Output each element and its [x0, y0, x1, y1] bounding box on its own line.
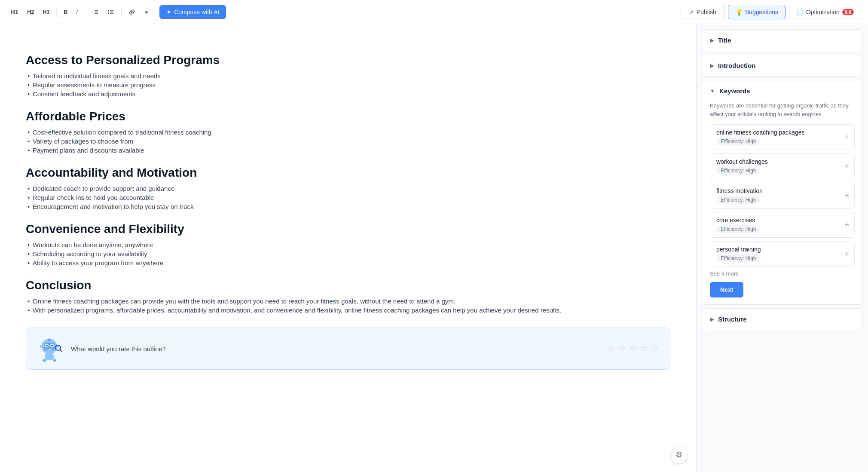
- keywords-section-header[interactable]: ▼ Keywords: [702, 80, 862, 101]
- title-section: ▶ Title: [702, 29, 863, 51]
- toolbar: H1 H2 H3 B I 1 2 3: [0, 0, 868, 24]
- toolbar-divider-2: [85, 7, 85, 17]
- keyword-item-0: online fitness coaching packages Efficie…: [710, 124, 855, 150]
- list-affordable: Cost-effective solution compared to trad…: [26, 129, 670, 154]
- svg-point-18: [51, 345, 53, 346]
- list-personalized: Tailored to individual fitness goals and…: [26, 72, 670, 98]
- keyword-efficiency-3: Efficiency: High: [716, 225, 760, 233]
- keyword-item-3: core exercises Efficiency: High +: [710, 212, 855, 238]
- h2-button[interactable]: H2: [24, 6, 38, 18]
- editor-content: Access to Personalized Programs Tailored…: [26, 53, 670, 370]
- svg-point-7: [108, 11, 109, 12]
- keyword-name-1: workout challenges: [716, 158, 848, 165]
- title-section-header[interactable]: ▶ Title: [702, 30, 862, 51]
- keywords-description: Keywords are essential for getting organ…: [710, 101, 855, 118]
- toolbar-left: H1 H2 H3 B I 1 2 3: [7, 5, 679, 19]
- bold-button[interactable]: B: [60, 6, 71, 18]
- keyword-efficiency-2: Efficiency: High: [716, 196, 760, 204]
- list-item: Online fitness coaching packages can pro…: [28, 297, 670, 305]
- suggestions-tab[interactable]: 💡 Suggestions: [728, 5, 785, 19]
- keyword-add-3[interactable]: +: [844, 221, 849, 229]
- structure-section-header[interactable]: ▶ Structure: [702, 309, 862, 330]
- settings-fab-button[interactable]: ⚙: [670, 446, 688, 463]
- h3-button[interactable]: H3: [40, 6, 53, 18]
- list-item: Scheduling according to your availabilit…: [28, 250, 670, 257]
- toolbar-divider-1: [56, 7, 57, 17]
- structure-section-label: Structure: [718, 316, 747, 323]
- star-3[interactable]: ☆: [629, 343, 637, 354]
- introduction-section: ▶ Introduction: [702, 55, 863, 77]
- keyword-name-0: online fitness coaching packages: [716, 129, 848, 136]
- keywords-body: Keywords are essential for getting organ…: [702, 101, 862, 304]
- compose-ai-label: Compose with AI: [174, 9, 219, 15]
- compose-ai-button[interactable]: ✦ Compose with AI: [159, 5, 226, 19]
- publish-icon: ↗: [689, 9, 694, 15]
- keyword-add-2[interactable]: +: [844, 192, 849, 199]
- introduction-section-header[interactable]: ▶ Introduction: [702, 55, 862, 76]
- list-conclusion: Online fitness coaching packages can pro…: [26, 297, 670, 314]
- keyword-item-1: workout challenges Efficiency: High +: [710, 153, 855, 179]
- next-button[interactable]: Next: [710, 282, 743, 297]
- list-item: Regular assessments to measure progress: [28, 81, 670, 89]
- heading-personalized: Access to Personalized Programs: [26, 53, 670, 67]
- keyword-add-4[interactable]: +: [844, 250, 849, 258]
- publish-button[interactable]: ↗ Publish: [681, 5, 724, 19]
- list-item: Encouragement and motivation to help you…: [28, 203, 670, 210]
- sidebar: ▶ Title ▶ Introduction ▼ Keywords Keywor…: [696, 24, 868, 472]
- strikethrough-button[interactable]: T: [141, 6, 154, 18]
- svg-rect-21: [40, 345, 44, 348]
- heading-convenience: Convenience and Flexibility: [26, 222, 670, 236]
- svg-line-24: [60, 350, 62, 352]
- svg-point-17: [46, 345, 48, 346]
- keyword-add-0[interactable]: +: [844, 133, 849, 141]
- compose-ai-icon: ✦: [166, 9, 171, 15]
- heading-accountability: Accountability and Motivation: [26, 166, 670, 180]
- link-button[interactable]: [125, 6, 139, 18]
- list-item: Tailored to individual fitness goals and…: [28, 72, 670, 80]
- toolbar-right: ↗ Publish 💡 Suggestions 📄 Optimization 0…: [681, 5, 861, 19]
- keyword-efficiency-1: Efficiency: High: [716, 167, 760, 175]
- keyword-name-3: core exercises: [716, 217, 848, 224]
- main-layout: Access to Personalized Programs Tailored…: [0, 24, 868, 472]
- svg-rect-26: [43, 359, 46, 362]
- optimization-badge: 0.6: [842, 9, 854, 15]
- rating-bar: What would you rate this outline? ☆ ☆ ☆ …: [26, 328, 670, 370]
- star-4[interactable]: ☆: [640, 343, 648, 354]
- heading-affordable: Affordable Prices: [26, 110, 670, 123]
- ordered-list-button[interactable]: 1 2 3: [89, 6, 102, 18]
- keyword-name-2: fitness motivation: [716, 187, 848, 194]
- list-item: Ability to access your program from anyw…: [28, 259, 670, 267]
- editor-area[interactable]: Access to Personalized Programs Tailored…: [0, 24, 696, 472]
- italic-button[interactable]: I: [73, 6, 82, 18]
- star-5[interactable]: ☆: [651, 343, 660, 354]
- svg-point-20: [49, 339, 51, 341]
- optimization-label: Optimization: [806, 9, 840, 15]
- list-item: Dedicated coach to provide support and g…: [28, 185, 670, 192]
- introduction-chevron-icon: ▶: [710, 63, 714, 69]
- list-item: Payment plans and discounts available: [28, 147, 670, 154]
- keyword-add-1[interactable]: +: [844, 162, 849, 170]
- svg-rect-25: [45, 354, 54, 360]
- unordered-list-button[interactable]: [104, 6, 118, 18]
- keyword-efficiency-4: Efficiency: High: [716, 254, 760, 262]
- structure-section: ▶ Structure: [702, 308, 863, 330]
- keyword-efficiency-0: Efficiency: High: [716, 138, 760, 145]
- optimization-tab[interactable]: 📄 Optimization 0.6: [789, 5, 861, 19]
- see-more-link[interactable]: See 6 more: [710, 270, 855, 277]
- settings-gear-icon: ⚙: [675, 450, 682, 460]
- title-chevron-icon: ▶: [710, 37, 714, 43]
- keywords-chevron-icon: ▼: [710, 88, 715, 94]
- title-section-label: Title: [718, 37, 731, 44]
- h1-button[interactable]: H1: [7, 6, 22, 18]
- svg-point-6: [108, 9, 109, 10]
- keywords-section: ▼ Keywords Keywords are essential for ge…: [702, 80, 863, 305]
- stars-container[interactable]: ☆ ☆ ☆ ☆ ☆: [606, 343, 660, 354]
- list-item: Variety of packages to choose from: [28, 138, 670, 145]
- list-item: Workouts can be done anytime, anywhere: [28, 241, 670, 248]
- robot-mascot: [37, 336, 62, 362]
- heading-conclusion: Conclusion: [26, 279, 670, 292]
- star-2[interactable]: ☆: [617, 343, 626, 354]
- star-1[interactable]: ☆: [606, 343, 615, 354]
- keyword-name-4: personal training: [716, 246, 848, 253]
- list-convenience: Workouts can be done anytime, anywhere S…: [26, 241, 670, 267]
